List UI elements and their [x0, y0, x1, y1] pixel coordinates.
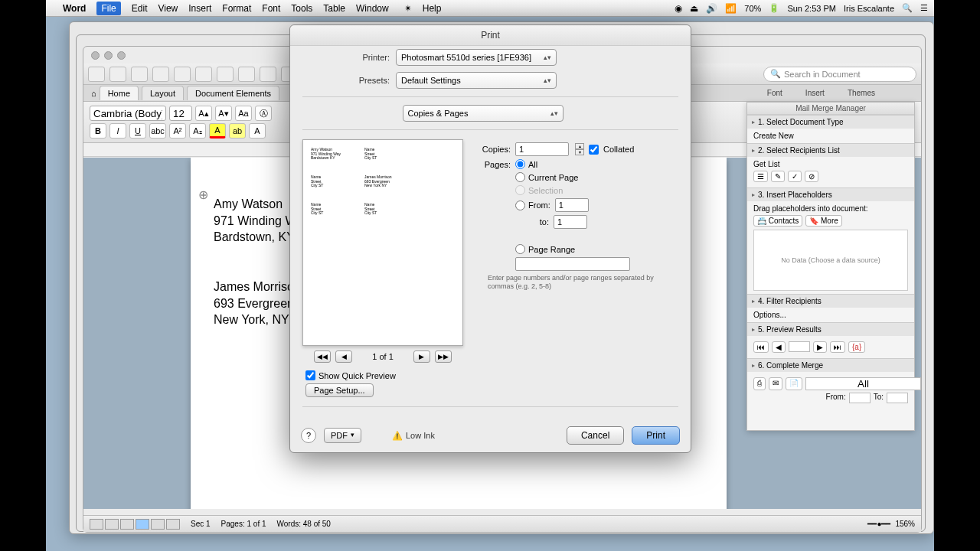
view-switcher[interactable] — [90, 519, 180, 530]
sync-icon[interactable]: ◉ — [675, 3, 682, 14]
battery-icon[interactable]: 🔋 — [769, 3, 779, 13]
toolbar-button[interactable] — [131, 67, 148, 82]
preview-first-button[interactable]: ◀◀ — [314, 350, 331, 363]
preview-next-button[interactable]: ▶ — [413, 350, 430, 363]
menu-help[interactable]: Help — [423, 3, 442, 14]
superscript-button[interactable]: A² — [169, 123, 186, 139]
page-range-radio[interactable] — [515, 244, 525, 254]
mm-options[interactable]: Options... — [753, 311, 786, 319]
toolbar-button[interactable] — [260, 67, 276, 82]
tab-home[interactable]: Home — [100, 86, 139, 100]
mm-icon-button[interactable]: ⊘ — [805, 171, 818, 182]
tab-document-elements[interactable]: Document Elements — [187, 86, 279, 100]
menu-table[interactable]: Table — [323, 3, 345, 14]
spotlight-icon[interactable]: 🔍 — [902, 3, 913, 13]
menu-tools[interactable]: Tools — [291, 3, 312, 14]
pages-current-radio[interactable] — [515, 172, 525, 182]
zoom-value[interactable]: 156% — [895, 520, 915, 528]
pages-all-radio[interactable] — [515, 159, 525, 169]
mm-merge-button[interactable]: ✉ — [769, 377, 782, 390]
mm-step-2[interactable]: 2. Select Recipients List — [747, 144, 914, 157]
help-button[interactable]: ? — [301, 428, 316, 443]
mm-icon-button[interactable]: ✎ — [771, 171, 785, 182]
mm-icon-button[interactable]: ☰ — [753, 171, 768, 182]
pdf-button[interactable]: PDF▾ — [324, 428, 361, 443]
page-range-input[interactable] — [515, 257, 630, 271]
mm-nav-prev[interactable]: ◀ — [772, 341, 786, 353]
italic-button[interactable]: I — [109, 123, 126, 139]
pages-from-radio[interactable] — [515, 201, 525, 210]
subscript-button[interactable]: A₂ — [189, 123, 206, 139]
preview-prev-button[interactable]: ◀ — [335, 350, 352, 363]
strike-button[interactable]: abc — [149, 123, 166, 139]
page-setup-button[interactable]: Page Setup... — [305, 383, 374, 397]
ribbon-home-icon[interactable]: ⌂ — [91, 89, 96, 98]
volume-icon[interactable]: 🔊 — [706, 3, 717, 14]
toolbar-button[interactable] — [238, 67, 255, 82]
mm-from-input[interactable] — [849, 393, 871, 403]
mm-to-input[interactable] — [887, 393, 908, 403]
toolbar-button[interactable] — [217, 67, 234, 82]
mm-icon-button[interactable]: ✓ — [788, 171, 802, 182]
shrink-font-button[interactable]: A▾ — [215, 106, 232, 121]
menu-format[interactable]: Format — [222, 3, 251, 14]
font-color-button[interactable]: A — [209, 123, 226, 139]
search-input[interactable]: 🔍 Search in Document — [763, 67, 916, 82]
mm-contacts-button[interactable]: 📇 Contacts — [753, 215, 802, 227]
toolbar-button[interactable] — [109, 67, 126, 82]
preview-last-button[interactable]: ▶▶ — [435, 350, 452, 363]
mm-nav-next[interactable]: ▶ — [813, 341, 827, 353]
toolbar-button[interactable] — [152, 67, 169, 82]
mm-step-5[interactable]: 5. Preview Results — [747, 323, 914, 336]
bold-button[interactable]: B — [90, 123, 106, 139]
mm-record-input[interactable] — [789, 341, 810, 352]
lock-icon[interactable]: ⏏ — [690, 3, 698, 14]
cancel-button[interactable]: Cancel — [567, 426, 624, 445]
mm-step-4[interactable]: 4. Filter Recipients — [747, 295, 914, 308]
mm-create-new[interactable]: Create New — [753, 132, 794, 140]
underline-button[interactable]: U — [129, 123, 146, 139]
to-input[interactable] — [554, 215, 587, 229]
mm-nav-first[interactable]: ⏮ — [753, 341, 769, 353]
battery-percent[interactable]: 70% — [744, 4, 761, 13]
clear-format-button[interactable]: Ⓐ — [255, 106, 272, 121]
copies-input[interactable] — [515, 142, 569, 156]
mm-abc-button[interactable]: {a} — [848, 341, 865, 353]
menu-view[interactable]: View — [158, 3, 178, 14]
toolbar-button[interactable] — [195, 67, 212, 82]
clock[interactable]: Sun 2:53 PM — [787, 4, 836, 13]
font-name-select[interactable] — [90, 106, 166, 121]
menu-insert[interactable]: Insert — [188, 3, 211, 14]
mm-merge-button[interactable]: 📄 — [786, 377, 802, 390]
from-input[interactable] — [555, 198, 589, 212]
mm-get-list[interactable]: Get List — [753, 160, 779, 168]
mm-step-3[interactable]: 3. Insert Placeholders — [747, 188, 914, 201]
mm-merge-range[interactable] — [805, 377, 921, 390]
notification-icon[interactable]: ☰ — [920, 3, 928, 13]
toolbar-button[interactable] — [88, 67, 105, 82]
mm-step-6[interactable]: 6. Complete Merge — [747, 359, 914, 372]
mm-more-button[interactable]: 🔖 More — [805, 215, 842, 227]
copies-stepper[interactable]: ▴▾ — [575, 143, 584, 155]
printer-select[interactable]: Photosmart 5510d series [1FE936]▴▾ — [396, 49, 557, 66]
toolbar-button[interactable] — [174, 67, 191, 82]
change-case-button[interactable]: Aa — [235, 106, 252, 121]
grow-font-button[interactable]: A▴ — [195, 106, 212, 121]
mm-nav-last[interactable]: ⏭ — [830, 341, 845, 353]
app-name[interactable]: Word — [63, 3, 86, 14]
quick-preview-checkbox[interactable] — [305, 370, 315, 380]
print-section-select[interactable]: Copies & Pages▴▾ — [403, 105, 564, 122]
zoom-slider[interactable]: ━━●━━ — [867, 520, 890, 528]
menu-file[interactable]: File — [96, 2, 120, 15]
tab-layout[interactable]: Layout — [142, 86, 184, 100]
collated-checkbox[interactable] — [589, 145, 599, 155]
menu-font[interactable]: Font — [262, 3, 280, 14]
highlight-button[interactable]: ab — [229, 123, 246, 139]
menu-edit[interactable]: Edit — [132, 3, 148, 14]
presets-select[interactable]: Default Settings▴▾ — [396, 72, 557, 89]
user-name[interactable]: Iris Escalante — [844, 4, 894, 13]
mm-step-1[interactable]: 1. Select Document Type — [747, 116, 914, 129]
text-effects-button[interactable]: A — [249, 123, 266, 139]
window-controls[interactable] — [91, 51, 126, 60]
wifi-icon[interactable]: 📶 — [725, 3, 737, 14]
